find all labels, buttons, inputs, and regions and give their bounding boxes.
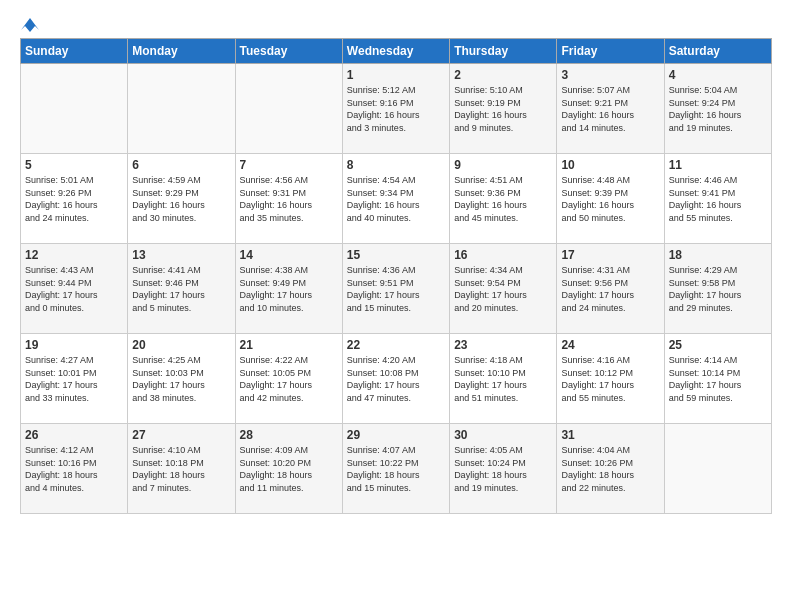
day-number: 24 bbox=[561, 338, 659, 352]
calendar-cell: 7Sunrise: 4:56 AM Sunset: 9:31 PM Daylig… bbox=[235, 154, 342, 244]
day-number: 28 bbox=[240, 428, 338, 442]
calendar-cell: 21Sunrise: 4:22 AM Sunset: 10:05 PM Dayl… bbox=[235, 334, 342, 424]
day-info: Sunrise: 5:12 AM Sunset: 9:16 PM Dayligh… bbox=[347, 84, 445, 134]
day-info: Sunrise: 4:07 AM Sunset: 10:22 PM Daylig… bbox=[347, 444, 445, 494]
day-number: 15 bbox=[347, 248, 445, 262]
day-info: Sunrise: 4:54 AM Sunset: 9:34 PM Dayligh… bbox=[347, 174, 445, 224]
day-number: 7 bbox=[240, 158, 338, 172]
day-info: Sunrise: 4:12 AM Sunset: 10:16 PM Daylig… bbox=[25, 444, 123, 494]
day-info: Sunrise: 4:41 AM Sunset: 9:46 PM Dayligh… bbox=[132, 264, 230, 314]
day-number: 6 bbox=[132, 158, 230, 172]
calendar-cell: 29Sunrise: 4:07 AM Sunset: 10:22 PM Dayl… bbox=[342, 424, 449, 514]
logo-bird-icon bbox=[21, 16, 39, 34]
calendar-cell: 28Sunrise: 4:09 AM Sunset: 10:20 PM Dayl… bbox=[235, 424, 342, 514]
day-info: Sunrise: 4:59 AM Sunset: 9:29 PM Dayligh… bbox=[132, 174, 230, 224]
day-number: 17 bbox=[561, 248, 659, 262]
weekday-header-tuesday: Tuesday bbox=[235, 39, 342, 64]
day-number: 11 bbox=[669, 158, 767, 172]
day-number: 30 bbox=[454, 428, 552, 442]
weekday-header-saturday: Saturday bbox=[664, 39, 771, 64]
day-number: 27 bbox=[132, 428, 230, 442]
calendar-cell: 23Sunrise: 4:18 AM Sunset: 10:10 PM Dayl… bbox=[450, 334, 557, 424]
day-info: Sunrise: 4:56 AM Sunset: 9:31 PM Dayligh… bbox=[240, 174, 338, 224]
day-info: Sunrise: 4:34 AM Sunset: 9:54 PM Dayligh… bbox=[454, 264, 552, 314]
day-number: 19 bbox=[25, 338, 123, 352]
day-info: Sunrise: 4:27 AM Sunset: 10:01 PM Daylig… bbox=[25, 354, 123, 404]
calendar-cell bbox=[21, 64, 128, 154]
calendar-cell: 4Sunrise: 5:04 AM Sunset: 9:24 PM Daylig… bbox=[664, 64, 771, 154]
calendar-cell: 8Sunrise: 4:54 AM Sunset: 9:34 PM Daylig… bbox=[342, 154, 449, 244]
day-info: Sunrise: 4:09 AM Sunset: 10:20 PM Daylig… bbox=[240, 444, 338, 494]
day-number: 4 bbox=[669, 68, 767, 82]
calendar-cell: 3Sunrise: 5:07 AM Sunset: 9:21 PM Daylig… bbox=[557, 64, 664, 154]
day-number: 13 bbox=[132, 248, 230, 262]
day-number: 3 bbox=[561, 68, 659, 82]
day-number: 26 bbox=[25, 428, 123, 442]
day-info: Sunrise: 5:01 AM Sunset: 9:26 PM Dayligh… bbox=[25, 174, 123, 224]
weekday-header-friday: Friday bbox=[557, 39, 664, 64]
day-number: 16 bbox=[454, 248, 552, 262]
day-number: 18 bbox=[669, 248, 767, 262]
calendar-cell: 9Sunrise: 4:51 AM Sunset: 9:36 PM Daylig… bbox=[450, 154, 557, 244]
day-info: Sunrise: 4:18 AM Sunset: 10:10 PM Daylig… bbox=[454, 354, 552, 404]
day-number: 20 bbox=[132, 338, 230, 352]
day-info: Sunrise: 4:04 AM Sunset: 10:26 PM Daylig… bbox=[561, 444, 659, 494]
calendar-cell bbox=[235, 64, 342, 154]
day-number: 12 bbox=[25, 248, 123, 262]
svg-marker-0 bbox=[21, 18, 39, 32]
day-number: 21 bbox=[240, 338, 338, 352]
calendar-cell: 1Sunrise: 5:12 AM Sunset: 9:16 PM Daylig… bbox=[342, 64, 449, 154]
day-info: Sunrise: 4:29 AM Sunset: 9:58 PM Dayligh… bbox=[669, 264, 767, 314]
day-number: 31 bbox=[561, 428, 659, 442]
day-info: Sunrise: 4:48 AM Sunset: 9:39 PM Dayligh… bbox=[561, 174, 659, 224]
calendar-cell: 15Sunrise: 4:36 AM Sunset: 9:51 PM Dayli… bbox=[342, 244, 449, 334]
day-info: Sunrise: 4:05 AM Sunset: 10:24 PM Daylig… bbox=[454, 444, 552, 494]
day-info: Sunrise: 5:10 AM Sunset: 9:19 PM Dayligh… bbox=[454, 84, 552, 134]
calendar-cell: 2Sunrise: 5:10 AM Sunset: 9:19 PM Daylig… bbox=[450, 64, 557, 154]
calendar-cell bbox=[664, 424, 771, 514]
day-info: Sunrise: 4:20 AM Sunset: 10:08 PM Daylig… bbox=[347, 354, 445, 404]
calendar-cell: 31Sunrise: 4:04 AM Sunset: 10:26 PM Dayl… bbox=[557, 424, 664, 514]
calendar-cell: 22Sunrise: 4:20 AM Sunset: 10:08 PM Dayl… bbox=[342, 334, 449, 424]
weekday-header-thursday: Thursday bbox=[450, 39, 557, 64]
calendar-cell: 24Sunrise: 4:16 AM Sunset: 10:12 PM Dayl… bbox=[557, 334, 664, 424]
day-number: 25 bbox=[669, 338, 767, 352]
calendar-cell: 5Sunrise: 5:01 AM Sunset: 9:26 PM Daylig… bbox=[21, 154, 128, 244]
calendar-cell: 18Sunrise: 4:29 AM Sunset: 9:58 PM Dayli… bbox=[664, 244, 771, 334]
calendar-cell: 19Sunrise: 4:27 AM Sunset: 10:01 PM Dayl… bbox=[21, 334, 128, 424]
calendar-cell: 16Sunrise: 4:34 AM Sunset: 9:54 PM Dayli… bbox=[450, 244, 557, 334]
day-number: 9 bbox=[454, 158, 552, 172]
weekday-header-monday: Monday bbox=[128, 39, 235, 64]
calendar-cell: 13Sunrise: 4:41 AM Sunset: 9:46 PM Dayli… bbox=[128, 244, 235, 334]
calendar-cell bbox=[128, 64, 235, 154]
day-info: Sunrise: 4:10 AM Sunset: 10:18 PM Daylig… bbox=[132, 444, 230, 494]
day-info: Sunrise: 4:25 AM Sunset: 10:03 PM Daylig… bbox=[132, 354, 230, 404]
day-info: Sunrise: 4:51 AM Sunset: 9:36 PM Dayligh… bbox=[454, 174, 552, 224]
calendar-week-row: 1Sunrise: 5:12 AM Sunset: 9:16 PM Daylig… bbox=[21, 64, 772, 154]
day-number: 10 bbox=[561, 158, 659, 172]
calendar-table: SundayMondayTuesdayWednesdayThursdayFrid… bbox=[20, 38, 772, 514]
day-number: 29 bbox=[347, 428, 445, 442]
calendar-cell: 20Sunrise: 4:25 AM Sunset: 10:03 PM Dayl… bbox=[128, 334, 235, 424]
day-info: Sunrise: 4:14 AM Sunset: 10:14 PM Daylig… bbox=[669, 354, 767, 404]
day-info: Sunrise: 4:43 AM Sunset: 9:44 PM Dayligh… bbox=[25, 264, 123, 314]
page-header bbox=[20, 20, 772, 28]
day-number: 8 bbox=[347, 158, 445, 172]
calendar-cell: 12Sunrise: 4:43 AM Sunset: 9:44 PM Dayli… bbox=[21, 244, 128, 334]
calendar-cell: 6Sunrise: 4:59 AM Sunset: 9:29 PM Daylig… bbox=[128, 154, 235, 244]
weekday-header-row: SundayMondayTuesdayWednesdayThursdayFrid… bbox=[21, 39, 772, 64]
day-number: 23 bbox=[454, 338, 552, 352]
day-number: 5 bbox=[25, 158, 123, 172]
day-number: 2 bbox=[454, 68, 552, 82]
weekday-header-wednesday: Wednesday bbox=[342, 39, 449, 64]
day-number: 14 bbox=[240, 248, 338, 262]
calendar-week-row: 19Sunrise: 4:27 AM Sunset: 10:01 PM Dayl… bbox=[21, 334, 772, 424]
day-info: Sunrise: 4:38 AM Sunset: 9:49 PM Dayligh… bbox=[240, 264, 338, 314]
day-info: Sunrise: 4:22 AM Sunset: 10:05 PM Daylig… bbox=[240, 354, 338, 404]
logo bbox=[20, 20, 39, 28]
calendar-week-row: 5Sunrise: 5:01 AM Sunset: 9:26 PM Daylig… bbox=[21, 154, 772, 244]
day-number: 22 bbox=[347, 338, 445, 352]
calendar-cell: 10Sunrise: 4:48 AM Sunset: 9:39 PM Dayli… bbox=[557, 154, 664, 244]
calendar-cell: 17Sunrise: 4:31 AM Sunset: 9:56 PM Dayli… bbox=[557, 244, 664, 334]
day-info: Sunrise: 5:07 AM Sunset: 9:21 PM Dayligh… bbox=[561, 84, 659, 134]
